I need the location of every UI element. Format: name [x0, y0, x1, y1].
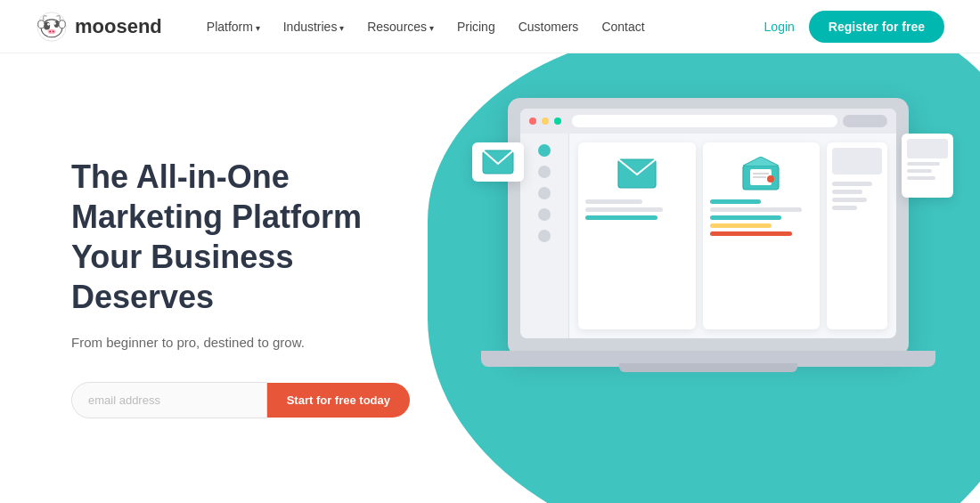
login-link[interactable]: Login [764, 20, 795, 34]
screen-main-content [569, 134, 896, 338]
doc-panel [827, 142, 887, 329]
hero-title: The All-in-One Marketing Platform Your B… [71, 157, 410, 317]
nav-customers[interactable]: Customers [510, 14, 588, 39]
sidebar-dot-3 [538, 187, 551, 199]
dot-green [554, 118, 561, 125]
register-button[interactable]: Register for free [809, 11, 944, 43]
hero-left: The All-in-One Marketing Platform Your B… [0, 53, 490, 503]
nav-links: Platform Industries Resources Pricing Cu… [198, 14, 764, 39]
screen-topbar [520, 109, 896, 134]
nav-industries[interactable]: Industries [274, 14, 353, 39]
navbar: moosend Platform Industries Resources Pr… [0, 0, 980, 53]
svg-point-5 [53, 22, 56, 25]
nav-platform[interactable]: Platform [198, 14, 269, 39]
hero-form: Start for free today [71, 382, 410, 418]
sidebar-dot-1 [538, 144, 551, 157]
laptop-foot [619, 363, 797, 372]
envelope-icon [482, 150, 514, 174]
svg-point-17 [767, 175, 774, 183]
panel-line [585, 207, 663, 212]
float-card-box [902, 134, 953, 198]
nav-right: Login Register for free [764, 11, 944, 43]
laptop-illustration [481, 80, 944, 463]
screen-sidebar [520, 134, 569, 338]
laptop-body [508, 98, 909, 356]
email-panel-2 [703, 142, 821, 329]
hero-section: The All-in-One Marketing Platform Your B… [0, 53, 980, 503]
email-input[interactable] [71, 382, 267, 418]
doc-line-1 [832, 182, 872, 186]
screen-url-bar [572, 115, 837, 127]
panel-lines-1 [585, 199, 689, 220]
doc-line-4 [832, 206, 857, 210]
doc-image [832, 148, 882, 174]
card-line-3 [907, 176, 935, 180]
float-card [902, 134, 953, 198]
nav-resources[interactable]: Resources [358, 14, 443, 39]
email-icon-2 [739, 157, 783, 191]
svg-point-6 [48, 28, 56, 33]
panel-line [710, 207, 803, 212]
sidebar-dot-5 [538, 230, 551, 242]
email-panel-1 [578, 142, 696, 329]
panel-line [710, 223, 772, 228]
sidebar-dot-2 [538, 166, 551, 178]
dot-red [529, 118, 536, 125]
hero-subtitle: From beginner to pro, destined to grow. [71, 335, 437, 350]
panel-lines-2 [710, 199, 813, 236]
svg-point-8 [53, 30, 54, 32]
logo-icon [36, 11, 68, 43]
nav-contact[interactable]: Contact [592, 14, 653, 39]
screen-body [520, 134, 896, 338]
start-button[interactable]: Start for free today [267, 383, 410, 418]
svg-point-4 [47, 22, 50, 25]
card-image [907, 139, 948, 158]
doc-line-3 [832, 198, 867, 202]
screen-nav-btn [843, 115, 887, 127]
panel-line [585, 215, 657, 220]
panel-line [710, 231, 792, 236]
panel-line [585, 199, 642, 204]
nav-pricing[interactable]: Pricing [448, 14, 504, 39]
envelope-screen-icon [617, 158, 657, 189]
float-envelope-box [472, 142, 524, 182]
email-icon-1 [615, 157, 659, 191]
dot-yellow [542, 118, 549, 125]
svg-point-9 [38, 20, 45, 28]
float-envelope [472, 142, 524, 182]
logo-link[interactable]: moosend [36, 11, 162, 43]
doc-line-2 [832, 190, 862, 194]
svg-point-10 [59, 20, 65, 28]
open-envelope-icon [741, 157, 780, 191]
laptop-screen [520, 109, 896, 338]
panel-line [710, 215, 782, 220]
brand-name: moosend [75, 15, 162, 38]
card-line-1 [907, 162, 940, 166]
card-line-2 [907, 169, 932, 173]
svg-point-7 [49, 30, 51, 32]
panel-line [710, 199, 762, 204]
sidebar-dot-4 [538, 208, 551, 221]
